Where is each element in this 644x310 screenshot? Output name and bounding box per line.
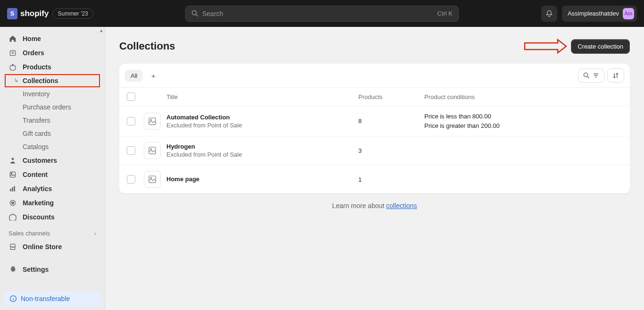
svg-line-17 [587,76,589,78]
col-title[interactable]: Title [166,93,358,101]
customers-icon [8,156,17,165]
nav-label: Collections [23,77,58,84]
search-icon [583,72,590,79]
nav-label: Customers [23,157,57,164]
orders-icon [8,49,17,57]
sidebar-item-content[interactable]: Content [0,168,105,182]
add-tab-button[interactable]: + [147,69,160,82]
arrow-annotation [524,38,567,54]
col-conditions[interactable]: Product conditions [424,93,622,101]
search-icon [191,10,198,17]
select-all-checkbox[interactable] [127,92,135,101]
nav-label: Settings [23,266,49,273]
chevron-right-icon: › [94,230,96,237]
banner-text: Non-transferable [21,295,70,302]
settings-icon [8,265,17,274]
bell-icon [545,10,553,17]
learn-more: Learn more about collections [119,202,630,209]
col-products[interactable]: Products [358,93,424,101]
row-condition: Price is greater than 200.00 [424,121,622,131]
svg-rect-25 [149,176,156,183]
sidebar-item-transfers[interactable]: Transfers [0,114,105,127]
sidebar-item-home[interactable]: Home [0,32,105,46]
sidebar-item-orders[interactable]: Orders [0,46,105,60]
svg-rect-7 [10,189,11,192]
sort-icon [612,72,619,79]
table-row[interactable]: Home page 1 [119,165,630,193]
sidebar-item-settings[interactable]: Settings [0,262,105,276]
search-placeholder: Search [202,10,438,17]
svg-rect-5 [10,172,15,177]
search-filter-button[interactable] [578,68,604,83]
filter-icon [593,72,599,79]
user-menu[interactable]: Assimpleasthatdev Ass [562,6,637,22]
search-input[interactable]: Search Ctrl K [185,6,459,22]
tab-all[interactable]: All [125,70,143,82]
row-title: Automated Collection [166,114,358,121]
image-placeholder-icon [144,171,161,188]
row-products: 8 [358,117,424,125]
sidebar-item-online-store[interactable]: Online Store [0,240,105,254]
svg-point-0 [192,11,197,15]
main-content: Collections Create collection All + [105,27,644,310]
card-tabs: All + [119,64,630,87]
svg-line-1 [196,15,198,17]
nav-label: Content [23,171,48,178]
shopify-icon: S [7,8,17,19]
svg-point-16 [584,73,587,76]
page-title: Collections [119,40,175,52]
username: Assimpleasthatdev [568,10,619,17]
row-subtitle: Excluded from Point of Sale [166,122,358,129]
nav-label: Products [23,63,51,71]
table-row[interactable]: Hydrogen Excluded from Point of Sale 3 [119,136,630,165]
sidebar-item-products[interactable]: Products [0,60,105,74]
products-icon [8,63,17,71]
sidebar-item-purchase-orders[interactable]: Purchase orders [0,101,105,114]
row-condition: Price is less than 800.00 [424,112,622,121]
nav-label: Analytics [23,185,52,193]
nav-label: Transfers [23,117,50,124]
header-right: Assimpleasthatdev Ass [541,6,637,22]
sidebar-item-collections[interactable]: ↳ Collections [0,74,105,87]
page-header: Collections Create collection [119,38,630,54]
summer-badge[interactable]: Summer '23 [52,8,93,19]
row-checkbox[interactable] [127,146,135,155]
row-checkbox[interactable] [127,117,135,126]
sales-channels-header[interactable]: Sales channels › [0,224,105,240]
svg-rect-8 [12,187,13,192]
non-transferable-banner[interactable]: Non-transferable [4,291,101,306]
row-title: Home page [166,176,358,183]
svg-rect-23 [149,147,156,154]
create-collection-button[interactable]: Create collection [571,39,630,54]
notifications-button[interactable] [541,6,557,22]
svg-point-3 [12,65,13,66]
section-label: Sales channels [8,230,50,237]
table-header: Title Products Product conditions [119,87,630,106]
svg-point-6 [11,173,12,174]
row-subtitle: Excluded from Point of Sale [166,151,358,158]
nav-label: Home [23,35,41,42]
svg-point-12 [12,202,13,203]
analytics-icon [8,184,17,193]
nav-label: Online Store [23,243,62,251]
search-shortcut: Ctrl K [438,10,453,17]
avatar: Ass [623,8,634,19]
content-icon [8,170,17,179]
nav-label: Purchase orders [23,103,71,111]
sidebar-item-analytics[interactable]: Analytics [0,182,105,196]
svg-rect-21 [149,117,156,124]
row-checkbox[interactable] [127,175,135,184]
nav-label: Discounts [23,213,55,221]
sidebar-item-marketing[interactable]: Marketing [0,196,105,210]
sort-button[interactable] [607,68,624,83]
nav-label: Inventory [23,90,50,98]
sidebar-item-gift-cards[interactable]: Gift cards [0,127,105,140]
nav-label: Orders [23,49,44,57]
sidebar-item-discounts[interactable]: Discounts [0,210,105,224]
learn-link[interactable]: collections [386,202,417,209]
sidebar-item-customers[interactable]: Customers [0,153,105,168]
sidebar-item-catalogs[interactable]: Catalogs [0,140,105,153]
table-row[interactable]: Automated Collection Excluded from Point… [119,106,630,136]
sidebar-item-inventory[interactable]: Inventory [0,87,105,101]
shopify-logo[interactable]: S shopify [7,8,49,19]
